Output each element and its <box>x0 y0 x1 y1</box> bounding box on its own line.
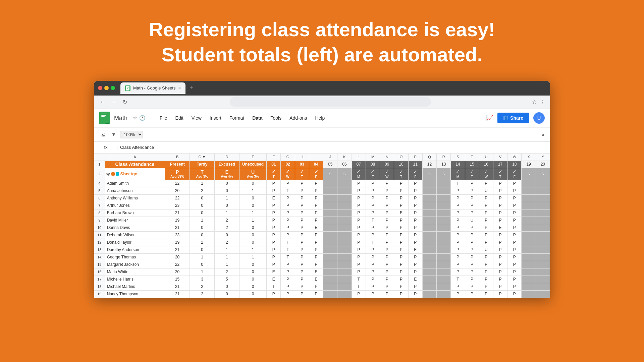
col-S[interactable]: S <box>451 153 465 161</box>
sheets-logo <box>99 112 110 124</box>
filter-icon[interactable]: ▼ <box>109 130 118 138</box>
table-row[interactable]: 4 Adam Smith 22100 PPPP PPPPP TPPPP <box>94 180 550 187</box>
menu-addons[interactable]: Add-ons <box>286 113 310 123</box>
date-09: 09 <box>380 161 394 168</box>
minimize-button[interactable] <box>104 86 109 90</box>
cell-reference[interactable]: fx <box>97 145 117 150</box>
p-label: P Avg 89% <box>165 168 190 180</box>
day-06: S <box>337 168 352 180</box>
share-button[interactable]: 👤 Share <box>497 113 529 123</box>
col-Y[interactable]: Y <box>536 153 550 161</box>
tab-favicon <box>125 85 130 91</box>
col-L[interactable]: L <box>352 153 366 161</box>
col-T[interactable]: T <box>465 153 479 161</box>
check-09: ✓W <box>380 168 394 180</box>
date-14: 14 <box>451 161 465 168</box>
check-03: ✓T <box>295 168 309 180</box>
col-E[interactable]: E <box>239 153 266 161</box>
table-row[interactable]: 5 Anna Johnson 20201 PTPP PPPPP PPUPP <box>94 187 550 194</box>
check-18: ✓F <box>507 168 522 180</box>
col-W[interactable]: W <box>507 153 522 161</box>
table-row[interactable]: 17 Michelle Harris 15350 EPPE TPPPE TPPP… <box>94 276 550 283</box>
table-row[interactable]: 9 David Miller 19121 PPPP PTPPP PUPPP <box>94 217 550 224</box>
date-16: 16 <box>479 161 493 168</box>
t-label: T Avg 3% <box>190 168 215 180</box>
day-13: S <box>437 168 451 180</box>
menu-help[interactable]: Help <box>312 113 328 123</box>
zoom-selector[interactable]: 100% <box>120 131 143 138</box>
col-Q[interactable]: Q <box>422 153 436 161</box>
col-R[interactable]: R <box>437 153 451 161</box>
activity-icon[interactable]: 📈 <box>486 114 493 122</box>
new-tab-button[interactable]: + <box>187 84 196 92</box>
col-V[interactable]: V <box>493 153 507 161</box>
menu-edit[interactable]: Edit <box>172 113 187 123</box>
forward-button[interactable]: → <box>110 98 118 106</box>
table-row[interactable]: 19 Nancy Thompsom 21200 PPPP PPPPP PPPPP <box>94 290 550 298</box>
date-13: 13 <box>437 161 451 168</box>
menu-tools[interactable]: Tools <box>267 113 285 123</box>
date-17: 17 <box>493 161 507 168</box>
col-X[interactable]: X <box>522 153 536 161</box>
svg-rect-3 <box>127 88 128 89</box>
hero-line2: Student totals (left) are automated. <box>161 44 482 65</box>
col-A[interactable]: A <box>105 153 165 161</box>
table-row[interactable]: 6 Anthony Williams 22010 EPPP PPPPP PPPP… <box>94 194 550 202</box>
table-row[interactable]: 8 Barbara Brown 21011 PPPP PPPEP PPPPP <box>94 209 550 217</box>
col-F[interactable]: F <box>267 153 281 161</box>
browser-menu-icon[interactable]: ⋮ <box>540 99 545 105</box>
maximize-button[interactable] <box>111 86 115 90</box>
col-J[interactable]: J <box>323 153 337 161</box>
star-file-icon[interactable]: ☆ <box>133 115 137 121</box>
close-button[interactable] <box>98 86 102 90</box>
col-C[interactable]: C ▼ <box>190 153 215 161</box>
col-header-row: A B C ▼ D E F G H I J K L M N O P Q <box>94 153 550 161</box>
table-row[interactable]: 12 Donald Taylor 19220 PTPP PTPPP PPPPP <box>94 239 550 246</box>
date-05: 05 <box>323 161 337 168</box>
table-row[interactable]: 11 Deborah Wilson 23000 PPPP PPPPP PPPPP <box>94 231 550 239</box>
menu-insert[interactable]: Insert <box>206 113 225 123</box>
collapse-section-icon[interactable]: ▲ <box>541 132 545 137</box>
col-B[interactable]: B <box>165 153 190 161</box>
col-D[interactable]: D <box>214 153 239 161</box>
check-04: ✓F <box>309 168 323 180</box>
col-O[interactable]: O <box>394 153 408 161</box>
back-button[interactable]: ← <box>99 98 107 106</box>
table-row[interactable]: 16 Maria White 20120 EPPE PPPPP PPPPP <box>94 268 550 276</box>
print-icon[interactable]: 🖨 <box>99 130 107 138</box>
check-10: ✓T <box>394 168 408 180</box>
menu-file[interactable]: File <box>156 113 171 123</box>
bookmark-icon[interactable]: ☆ <box>532 99 537 105</box>
menu-data[interactable]: Data <box>249 113 266 123</box>
date-15: 15 <box>465 161 479 168</box>
check-16: ✓W <box>479 168 493 180</box>
table-row[interactable]: 10 Donna Davis 21020 PPPE PPPPP PPPEP <box>94 224 550 231</box>
file-title[interactable]: Math <box>114 115 127 122</box>
col-M[interactable]: M <box>366 153 380 161</box>
tab-close-icon[interactable]: × <box>178 85 181 90</box>
menu-format[interactable]: Format <box>226 113 248 123</box>
table-row[interactable]: 18 Michael Martins 21200 TPPP TPPPP PPPP… <box>94 283 550 290</box>
date-10: 10 <box>394 161 408 168</box>
col-G[interactable]: G <box>281 153 295 161</box>
menu-view[interactable]: View <box>188 113 205 123</box>
table-row[interactable]: 7 Arthur Jones 23000 PPPP PPPPP PPPPP <box>94 202 550 209</box>
col-P[interactable]: P <box>408 153 422 161</box>
col-N[interactable]: N <box>380 153 394 161</box>
table-row[interactable]: 14 George Thomas 20111 PTPP PPPPP PPPPP <box>94 253 550 261</box>
sheetgo-logo-cell: by Sheetgo <box>105 168 165 180</box>
history-icon[interactable]: 🕐 <box>139 115 146 121</box>
table-row[interactable]: 15 Margaret Jackson 22010 PPPP PPPPP PPP… <box>94 261 550 268</box>
col-K[interactable]: K <box>337 153 352 161</box>
day-20: S <box>536 168 550 180</box>
reload-button[interactable]: ↻ <box>121 98 128 107</box>
svg-rect-2 <box>127 87 129 88</box>
col-U[interactable]: U <box>479 153 493 161</box>
active-tab[interactable]: Math - Google Sheets × <box>120 82 185 94</box>
col-H[interactable]: H <box>295 153 309 161</box>
table-row[interactable]: 13 Dorothy Anderson 21011 PTPP PPPPE PPU… <box>94 246 550 253</box>
col-I[interactable]: I <box>309 153 323 161</box>
user-avatar[interactable]: U <box>533 112 545 124</box>
check-11: ✓F <box>408 168 422 180</box>
address-input[interactable] <box>230 97 431 107</box>
